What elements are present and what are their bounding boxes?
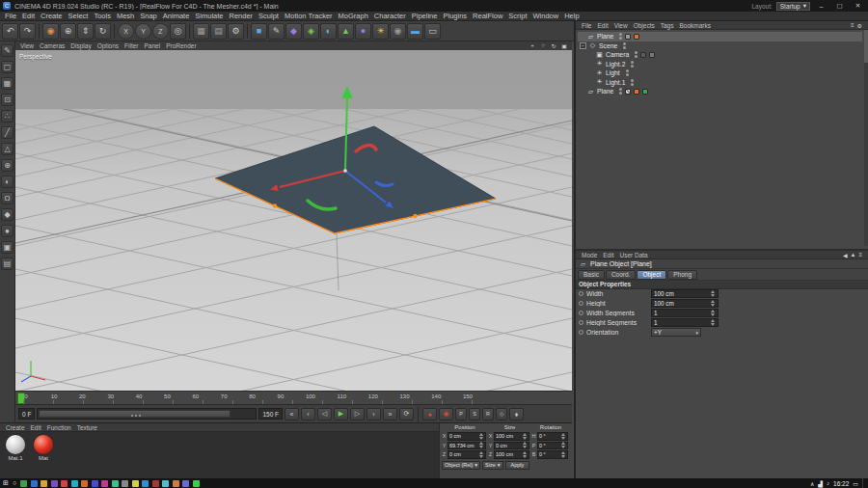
am-menu-edit[interactable]: Edit (600, 252, 616, 258)
palette-tool-icon[interactable]: ▤ (1, 258, 14, 270)
render-view-icon[interactable]: ▦ (193, 23, 209, 40)
polygons-mode-icon[interactable]: △ (1, 143, 14, 155)
spinner-icon[interactable] (711, 310, 716, 316)
add-cube-icon[interactable]: ■ (251, 23, 267, 40)
record-parameter-toggle[interactable]: ◇ (496, 408, 507, 420)
menu-realflow[interactable]: RealFlow (470, 12, 505, 20)
scale-tool-icon[interactable]: ⇕ (77, 23, 94, 40)
keyframe-dot-icon[interactable] (579, 330, 583, 335)
range-start-field[interactable]: 0 F (18, 408, 35, 420)
edges-mode-icon[interactable]: ╱ (1, 126, 14, 139)
rotate-tool-icon[interactable]: ↻ (95, 23, 111, 40)
height-input[interactable]: 100 cm (651, 299, 719, 308)
tab-coord[interactable]: Coord. (606, 270, 637, 280)
palette-tool-icon[interactable]: ◆ (1, 208, 14, 221)
object-manager-scrollbar[interactable] (864, 30, 868, 246)
menu-mograph[interactable]: MoGraph (336, 12, 371, 20)
spinner-icon[interactable] (561, 451, 566, 458)
menu-render[interactable]: Render (227, 12, 257, 20)
viewport-pan-icon[interactable]: + (529, 42, 536, 49)
tab-phong[interactable]: Phong (667, 270, 697, 280)
menu-simulate[interactable]: Simulate (192, 12, 226, 20)
material-menu-texture[interactable]: Texture (74, 424, 100, 431)
menu-select[interactable]: Select (66, 12, 92, 20)
menu-file[interactable]: File (2, 12, 19, 20)
size-z-field[interactable]: 100 cm (494, 450, 529, 459)
close-button[interactable]: ✕ (851, 1, 865, 12)
viewport-rotate-icon[interactable]: ↻ (550, 42, 557, 49)
texture-tag-icon[interactable] (625, 89, 631, 95)
taskbar-app-icon[interactable] (152, 480, 159, 487)
taskbar-app-icon[interactable] (51, 480, 58, 487)
viewport-menu-options[interactable]: Options (95, 42, 122, 49)
add-generator-icon[interactable]: ◆ (285, 23, 302, 40)
object-tag-icon[interactable] (634, 89, 639, 95)
viewport-menu-panel[interactable]: Panel (142, 42, 164, 49)
enable-axis-icon[interactable]: ⊕ (1, 159, 14, 172)
spinner-icon[interactable] (479, 442, 484, 448)
viewport-menu-display[interactable]: Display (68, 42, 94, 49)
add-deformer-icon[interactable]: ● (355, 23, 371, 40)
viewport-zoom-icon[interactable]: ○ (539, 42, 547, 49)
frame-range-slider[interactable] (37, 408, 257, 420)
object-properties-header[interactable]: Object Properties (576, 281, 868, 289)
material-preview-sphere[interactable] (34, 435, 53, 454)
snap-icon[interactable]: Ω (1, 192, 14, 204)
keyframe-selection-button[interactable]: ♦ (509, 408, 524, 420)
coordinate-system-icon[interactable]: ◎ (170, 23, 186, 40)
om-menu-view[interactable]: View (611, 22, 631, 29)
taskbar-app-icon[interactable] (61, 480, 68, 487)
lock-z-axis-icon[interactable]: Z (152, 23, 169, 40)
width-input[interactable]: 100 cm (651, 289, 719, 298)
add-symmetry-icon[interactable]: ◐ (320, 23, 337, 40)
material-menu-create[interactable]: Create (3, 424, 28, 431)
material-preview-sphere[interactable] (6, 435, 25, 454)
viewport-canvas[interactable] (15, 41, 572, 391)
object-tag-icon[interactable] (642, 89, 648, 95)
menu-animate[interactable]: Animate (160, 12, 193, 20)
next-frame-button[interactable]: ▷ (350, 408, 365, 420)
material-menu-function[interactable]: Function (44, 424, 74, 431)
object-tag-icon[interactable] (625, 34, 631, 40)
coord-mode-dropdown[interactable]: Object (Rel)▾ (442, 461, 480, 471)
menu-sculpt[interactable]: Sculpt (256, 12, 282, 20)
record-rotation-toggle[interactable]: R (482, 408, 494, 420)
material-item[interactable]: Mat (34, 435, 53, 461)
size-x-field[interactable]: 100 cm (494, 432, 529, 441)
taskbar-app-icon[interactable] (71, 480, 78, 487)
object-row-plane-mesher[interactable]: ▱ Plane (578, 32, 862, 41)
go-to-end-button[interactable]: » (383, 408, 397, 420)
spinner-icon[interactable] (711, 290, 716, 297)
taskbar-app-icon[interactable] (122, 480, 128, 487)
tab-basic[interactable]: Basic (578, 270, 605, 280)
previous-frame-button[interactable]: ◁ (317, 408, 332, 420)
taskbar-app-icon[interactable] (112, 480, 119, 487)
object-row-light[interactable]: ☀ Light (578, 68, 862, 78)
palette-tool-icon[interactable]: ● (1, 225, 14, 237)
taskbar-app-icon[interactable] (182, 480, 189, 487)
taskbar-app-icon[interactable] (193, 480, 200, 487)
taskbar-app-icon[interactable] (92, 480, 98, 487)
network-icon[interactable]: ▟ (818, 480, 823, 487)
taskbar-app-icon[interactable] (101, 480, 108, 487)
object-tag-icon[interactable] (640, 52, 646, 58)
visibility-toggles[interactable] (623, 42, 626, 49)
go-to-start-button[interactable]: « (285, 408, 299, 420)
spinner-icon[interactable] (523, 442, 528, 448)
om-menu-file[interactable]: File (579, 22, 594, 29)
scrollbar-handle[interactable] (864, 30, 868, 63)
spinner-icon[interactable] (523, 433, 528, 440)
range-end-field[interactable]: 150 F (258, 408, 283, 420)
taskbar-app-icon[interactable] (20, 480, 27, 487)
object-row-camera[interactable]: ▣ Camera (578, 50, 862, 60)
perspective-viewport[interactable]: View Cameras Display Options Filter Pane… (15, 41, 572, 391)
height-segments-input[interactable]: 1 (651, 318, 719, 327)
object-tag-icon[interactable] (634, 34, 639, 40)
menu-tools[interactable]: Tools (91, 12, 114, 20)
spinner-icon[interactable] (479, 451, 484, 458)
render-settings-icon[interactable]: ⚙ (228, 23, 244, 40)
add-light-icon[interactable]: ☀ (372, 23, 389, 40)
taskbar-app-icon[interactable] (31, 480, 38, 487)
om-burger-icon[interactable]: ≡ (851, 22, 854, 29)
spinner-icon[interactable] (561, 433, 566, 440)
